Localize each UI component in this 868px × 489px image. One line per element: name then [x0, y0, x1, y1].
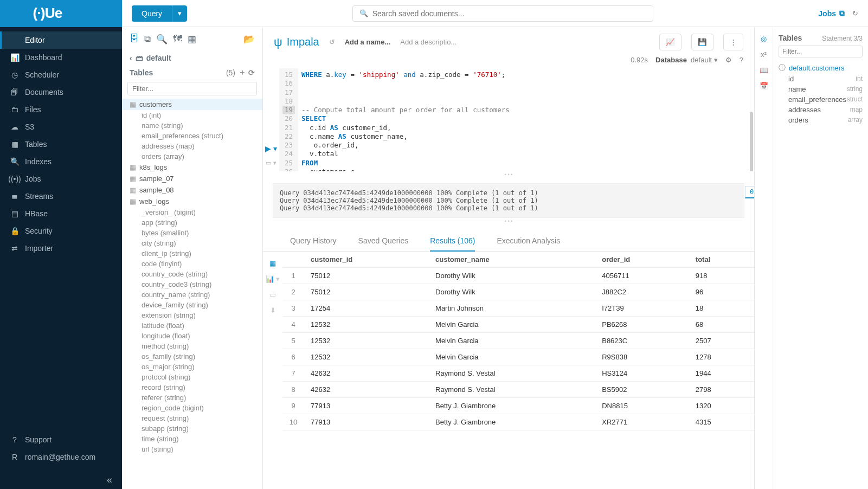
table-customers[interactable]: ▦ customers	[122, 99, 262, 110]
col-header[interactable]: customer_name	[429, 252, 595, 268]
table-row[interactable]: 175012Dorothy Wilk4056711918	[282, 268, 754, 284]
column-item[interactable]: country_code (string)	[122, 269, 262, 279]
assist-column[interactable]: addressesmap	[779, 105, 863, 115]
undo-icon[interactable]: ↺	[329, 38, 335, 46]
column-item[interactable]: _version_ (bigint)	[122, 207, 262, 217]
nav-editor[interactable]: Editor	[0, 31, 122, 49]
column-item[interactable]: id (int)	[122, 110, 262, 120]
help-icon[interactable]: ?	[740, 56, 743, 64]
nav-s-[interactable]: ☁S3	[0, 118, 122, 136]
tables-filter-input[interactable]	[127, 82, 257, 95]
assist-book-icon[interactable]: 📖	[760, 66, 768, 74]
col-header[interactable]: total	[689, 252, 754, 268]
assist-target-icon[interactable]: ◎	[761, 35, 767, 43]
nav-hbase[interactable]: ▤HBase	[0, 205, 122, 222]
column-item[interactable]: method (string)	[122, 341, 262, 351]
nav-indexes[interactable]: 🔍Indexes	[0, 153, 122, 170]
refresh-tables-icon[interactable]: ⟳	[248, 68, 255, 77]
jobs-link[interactable]: Jobs ⧉	[818, 9, 845, 18]
history-icon[interactable]: ↻	[852, 9, 858, 17]
db-breadcrumb[interactable]: ‹ 🗃 default	[122, 52, 262, 65]
column-item[interactable]: name (string)	[122, 120, 262, 131]
resize-grip-logs[interactable]: • • •	[263, 171, 754, 178]
column-item[interactable]: extension (string)	[122, 310, 262, 320]
col-header[interactable]: order_id	[595, 252, 689, 268]
column-item[interactable]: client_ip (string)	[122, 248, 262, 259]
col-header[interactable]: customer_id	[304, 252, 429, 268]
save-button[interactable]: 💾	[691, 34, 713, 50]
column-item[interactable]: url (string)	[122, 444, 262, 454]
table-sample_08[interactable]: ▦ sample_08	[122, 184, 262, 196]
column-item[interactable]: protocol (string)	[122, 372, 262, 382]
database-selector[interactable]: default ▾	[691, 56, 718, 64]
column-item[interactable]: city (string)	[122, 238, 262, 248]
open-folder-icon[interactable]: 📂	[243, 34, 255, 45]
global-search[interactable]: 🔍	[352, 5, 653, 22]
table-row[interactable]: 977913Betty J. GiambroneDN88151320	[282, 398, 754, 414]
grid-icon[interactable]: ▦	[188, 34, 196, 45]
query-button[interactable]: Query	[132, 5, 172, 22]
column-item[interactable]: os_major (string)	[122, 362, 262, 372]
result-grid-icon[interactable]: ▦	[269, 259, 276, 267]
nav-importer[interactable]: ⇄Importer	[0, 240, 122, 257]
column-item[interactable]: referer (string)	[122, 393, 262, 403]
assist-filter-input[interactable]	[779, 46, 863, 57]
chart-button[interactable]: 📈	[659, 34, 681, 50]
query-desc-input[interactable]: Add a descriptio...	[400, 38, 456, 46]
table-row[interactable]: 317254Martin JohnsonI72T3918	[282, 300, 754, 317]
column-item[interactable]: record (string)	[122, 382, 262, 393]
nav-security[interactable]: 🔒Security	[0, 222, 122, 240]
nav-dashboard[interactable]: 📊Dashboard	[0, 49, 122, 66]
table-row[interactable]: 412532Melvin GarciaPB626868	[282, 317, 754, 333]
column-item[interactable]: device_family (string)	[122, 300, 262, 310]
column-item[interactable]: subapp (string)	[122, 423, 262, 434]
column-item[interactable]: latitude (float)	[122, 320, 262, 331]
zoom-icon[interactable]: 🔍	[156, 34, 168, 45]
settings-icon[interactable]: ⚙	[725, 56, 732, 64]
nav-files[interactable]: 🗀Files	[0, 101, 122, 118]
tab-results-[interactable]: Results (106)	[430, 233, 475, 252]
column-item[interactable]: addresses (map)	[122, 141, 262, 151]
more-button[interactable]: ⋮	[723, 34, 743, 50]
col-header[interactable]	[282, 252, 304, 268]
query-dropdown-caret[interactable]: ▾	[172, 5, 187, 22]
assist-calendar-icon[interactable]: 📅	[760, 82, 768, 90]
column-item[interactable]: bytes (smallint)	[122, 228, 262, 238]
assist-column[interactable]: namestring	[779, 84, 863, 94]
assist-column[interactable]: email_preferencesstruct	[779, 94, 863, 105]
column-item[interactable]: email_preferences (struct)	[122, 131, 262, 141]
column-item[interactable]: orders (array)	[122, 151, 262, 162]
column-item[interactable]: request (string)	[122, 413, 262, 423]
sitemap-icon[interactable]: 🗺	[173, 34, 182, 45]
table-row[interactable]: 512532Melvin GarciaB8623C2507	[282, 333, 754, 349]
table-web_logs[interactable]: ▦ web_logs	[122, 196, 262, 207]
column-item[interactable]: app (string)	[122, 217, 262, 228]
resize-grip-results[interactable]: • • •	[263, 218, 754, 224]
column-item[interactable]: os_family (string)	[122, 351, 262, 362]
nav-scheduler[interactable]: ◷Scheduler	[0, 66, 122, 83]
global-search-input[interactable]	[372, 9, 646, 18]
table-k8s_logs[interactable]: ▦ k8s_logs	[122, 162, 262, 173]
engine-selector[interactable]: ψ Impala	[274, 35, 319, 49]
assist-table-root[interactable]: ⓘdefault.customers	[779, 62, 863, 74]
table-row[interactable]: 842632Raymond S. VestalBS59022798	[282, 382, 754, 398]
run-button[interactable]: ▶ ▾	[265, 144, 277, 153]
sidebar-collapse[interactable]: «	[0, 471, 122, 489]
copy-icon[interactable]: ⧉	[144, 34, 151, 45]
query-name-input[interactable]: Add a name...	[345, 38, 391, 46]
column-item[interactable]: region_code (bigint)	[122, 403, 262, 413]
table-row[interactable]: 1077913Betty J. GiambroneXR27714315	[282, 414, 754, 430]
db-icon[interactable]: 🗄	[130, 34, 139, 45]
assist-column[interactable]: ordersarray	[779, 115, 863, 125]
table-row[interactable]: 612532Melvin GarciaR9S8381278	[282, 349, 754, 365]
sql-editor[interactable]: 1516171819202122232425262728 WHERE a.key…	[279, 68, 754, 171]
add-table-icon[interactable]: ＋	[239, 68, 246, 78]
column-item[interactable]: country_name (string)	[122, 289, 262, 300]
tab-saved-queries[interactable]: Saved Queries	[358, 233, 409, 251]
assist-superscript-icon[interactable]: x²	[761, 50, 767, 59]
tab-query-history[interactable]: Query History	[290, 233, 337, 251]
logo[interactable]: (·)Ue	[0, 0, 122, 27]
nav-documents[interactable]: 🗐Documents	[0, 83, 122, 101]
nav-streams[interactable]: ≣Streams	[0, 188, 122, 205]
table-row[interactable]: 275012Dorothy WilkJ882C296	[282, 284, 754, 300]
